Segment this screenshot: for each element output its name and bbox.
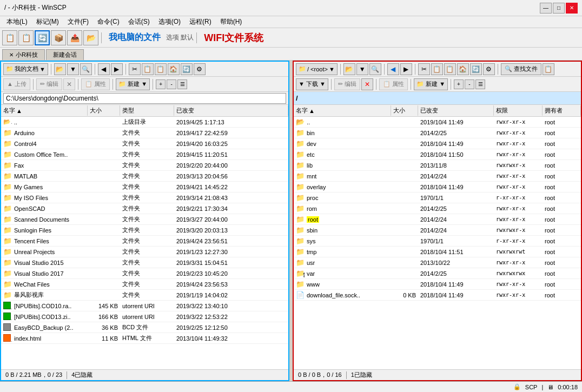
minimize-button[interactable]: — (540, 3, 552, 14)
right-btn-forward[interactable]: ▶ (400, 63, 412, 75)
right-file-row[interactable]: 📄 download_file.sock.. 0 KB 2018/10/4 11… (294, 290, 581, 301)
right-btn-refresh[interactable]: 🔄 (470, 63, 482, 75)
left-file-row[interactable]: 📁 My ISO Files 文件夹 2019/3/14 21:08:43 (1, 192, 288, 203)
left-file-row[interactable]: 📁 Control4 文件夹 2019/4/20 16:03:25 (1, 138, 288, 149)
right-file-row[interactable]: 📁 overlay 2018/10/4 11:49 rwxr-xr-x root (294, 182, 581, 192)
left-small-btn-2[interactable]: - (167, 79, 176, 89)
left-file-row[interactable]: 📁 Sunlogin Files 文件夹 2019/3/20 20:03:13 (1, 225, 288, 236)
close-button[interactable]: ✕ (566, 3, 578, 14)
left-file-row[interactable]: [NPUBits].COD13.zi.. 166 KB utorrent URI… (1, 311, 288, 322)
right-btn-back[interactable]: ◀ (387, 63, 399, 75)
menu-options[interactable]: 选项(O) (154, 16, 185, 28)
left-file-row[interactable]: 📁 Scanned Documents 文件夹 2019/3/27 20:44:… (1, 214, 288, 225)
right-file-row[interactable]: 📁 rom 2014/2/25 rwxr-xr-x root (294, 203, 581, 214)
right-delete-btn[interactable]: ✕ (361, 78, 373, 90)
right-file-row[interactable]: 📁 root 2014/2/24 rwxr-xr-x root (294, 214, 581, 225)
right-small-btn-3[interactable]: ☰ (475, 79, 485, 89)
menu-remote[interactable]: 远程(R) (185, 16, 216, 28)
left-edit-btn[interactable]: ✏ 编辑 (36, 78, 62, 90)
right-btn-cut[interactable]: ✂ (418, 63, 430, 75)
left-btn-browse[interactable]: 📂 (54, 63, 66, 75)
right-attr-btn[interactable]: 📋 属性 (379, 78, 408, 90)
right-file-row[interactable]: 📁 tmp 2018/10/4 11:51 rwxrwxrwt root (294, 247, 581, 257)
left-btn-filter[interactable]: ▼ (67, 63, 79, 75)
right-file-row[interactable]: 📂 .. 2019/10/4 11:49 rwxr-xr-x root (294, 117, 581, 128)
left-file-row[interactable]: 📁 Visual Studio 2017 文件夹 2019/2/23 10:45… (1, 268, 288, 279)
sync-button[interactable]: 🔄 (35, 30, 50, 45)
left-file-row[interactable]: 📁 Unreal Projects 文件夹 2019/1/23 12:27:30 (1, 247, 288, 257)
left-file-row[interactable]: 📁 MATLAB 文件夹 2019/3/13 20:04:56 (1, 171, 288, 182)
left-btn-cut[interactable]: ✂ (129, 63, 141, 75)
menu-command[interactable]: 命令(C) (93, 16, 124, 28)
left-new-btn[interactable]: 📁 新建 ▼ (116, 78, 150, 90)
toolbar-btn-5[interactable]: 📤 (67, 30, 82, 45)
left-attr-btn[interactable]: 📋 属性 (81, 78, 110, 90)
left-file-row[interactable]: 📁 My Games 文件夹 2019/4/21 14:45:22 (1, 182, 288, 192)
right-file-row[interactable]: 📁a var 2014/2/25 rwxrwxrwx root (294, 268, 581, 279)
left-col-type[interactable]: 类型 (120, 105, 174, 116)
right-col-owner[interactable]: 拥有者 (543, 105, 581, 116)
left-small-btn-3[interactable]: ☰ (177, 79, 187, 89)
right-btn-filter[interactable]: ▼ (356, 63, 368, 75)
right-download-btn[interactable]: ▼ 下载 ▼ (296, 78, 328, 90)
left-btn-back[interactable]: ◀ (98, 63, 110, 75)
left-file-row[interactable]: 📁 Arduino 文件夹 2019/4/17 22:42:59 (1, 128, 288, 138)
right-file-row[interactable]: 📁 sbin 2014/2/24 rwxrwxr-x root (294, 225, 581, 236)
tab-left[interactable]: ✕ 小R科技 (2, 49, 45, 60)
left-file-row[interactable]: 📂 .. 上级目录 2019/4/25 1:17:13 (1, 117, 288, 128)
left-small-btn-1[interactable]: + (156, 79, 166, 89)
right-btn-copy[interactable]: 📋 (431, 63, 443, 75)
right-col-size[interactable]: 大小 (391, 105, 418, 116)
left-file-row[interactable]: EasyBCD_Backup (2.. 36 KB BCD 文件 2019/2/… (1, 322, 288, 333)
menu-file[interactable]: 文件(F) (63, 16, 93, 28)
menu-session[interactable]: 会话(S) (124, 16, 154, 28)
left-upload-btn[interactable]: ▲ 上传 (3, 78, 30, 90)
left-file-row[interactable]: index.html 11 KB HTML 文件 2013/10/4 11:49… (1, 333, 288, 344)
right-file-row[interactable]: 📁 usr 2013/10/22 rwxr-xr-x root (294, 257, 581, 268)
left-file-list[interactable]: 📂 .. 上级目录 2019/4/25 1:17:13 📁 Arduino 文件… (1, 117, 288, 369)
right-file-row[interactable]: 📁 www 2018/10/4 11:49 rwxr-xr-x root (294, 279, 581, 290)
right-file-list[interactable]: 📂 .. 2019/10/4 11:49 rwxr-xr-x root 📁 bi… (294, 117, 581, 369)
right-new-btn[interactable]: 📁 新建 ▼ (414, 78, 448, 90)
left-btn-refresh[interactable]: 🔄 (181, 63, 193, 75)
right-file-row[interactable]: 📁 etc 2018/10/4 11:50 rwxr-xr-x root (294, 149, 581, 160)
right-small-btn-1[interactable]: + (454, 79, 464, 89)
left-file-row[interactable]: [NPUBits].COD10.ra.. 145 KB utorrent URI… (1, 301, 288, 311)
right-col-name[interactable]: 名字 ▲ (294, 105, 391, 116)
left-col-size[interactable]: 大小 (88, 105, 120, 116)
left-btn-filter2[interactable]: 🔍 (80, 63, 92, 75)
left-file-row[interactable]: 📁 Custom Office Tem.. 文件夹 2019/4/15 11:2… (1, 149, 288, 160)
right-file-row[interactable]: 📁 dev 2018/10/4 11:49 rwxr-xr-x root (294, 138, 581, 149)
tab-new-session[interactable]: 新建会话 (46, 49, 84, 60)
left-location-dropdown[interactable]: 📁 我的文档 ▼ (3, 63, 48, 75)
right-file-row[interactable]: 📁 bin 2014/2/25 rwxr-xr-x root (294, 128, 581, 138)
left-btn-home[interactable]: 🏠 (168, 63, 180, 75)
left-col-date[interactable]: 已改变 (174, 105, 288, 116)
left-btn-paste[interactable]: 📋 (155, 63, 167, 75)
right-small-btn-2[interactable]: - (465, 79, 474, 89)
left-file-row[interactable]: 📁 Fax 文件夹 2019/2/20 20:44:00 (1, 160, 288, 171)
left-btn-more[interactable]: ⚙ (194, 63, 206, 75)
maximize-button[interactable]: □ (553, 3, 565, 14)
toolbar-btn-2[interactable]: 📋 (18, 30, 34, 45)
toolbar-btn-1[interactable]: 📋 (2, 30, 17, 45)
toolbar-btn-6[interactable]: 📂 (83, 30, 98, 45)
right-location-dropdown[interactable]: 📁 / <root> ▼ (296, 63, 338, 75)
tab-close-left[interactable]: ✕ (9, 52, 14, 58)
left-file-row[interactable]: 📁 Tencent Files 文件夹 2019/4/24 23:56:51 (1, 236, 288, 247)
left-btn-forward[interactable]: ▶ (111, 63, 123, 75)
right-extra-btn[interactable]: 📋 (543, 63, 554, 75)
menu-local[interactable]: 本地(L) (2, 16, 32, 28)
left-file-row[interactable]: 📁 暴风影视库 文件夹 2019/1/19 14:04:02 (1, 290, 288, 301)
menu-mark[interactable]: 标记(M) (32, 16, 63, 28)
right-file-row[interactable]: 📁 lib 2013/11/8 rwxrwxr-x root (294, 160, 581, 171)
right-btn-paste[interactable]: 📋 (444, 63, 456, 75)
left-col-name[interactable]: 名字 ▲ (1, 105, 88, 116)
right-file-row[interactable]: 📁 proc 1970/1/1 r-xr-xr-x root (294, 192, 581, 203)
right-col-date[interactable]: 已改变 (418, 105, 494, 116)
left-file-row[interactable]: 📁 WeChat Files 文件夹 2019/4/24 23:56:53 (1, 279, 288, 290)
panel-divider[interactable] (289, 61, 292, 381)
right-btn-filter2[interactable]: 🔍 (369, 63, 381, 75)
right-btn-home[interactable]: 🏠 (457, 63, 469, 75)
left-btn-copy[interactable]: 📋 (142, 63, 154, 75)
